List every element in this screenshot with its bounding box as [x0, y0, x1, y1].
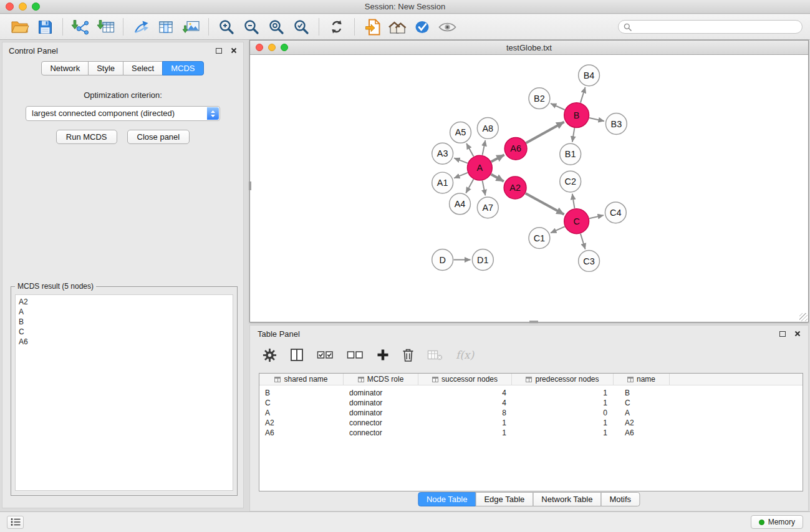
- search-input[interactable]: [635, 22, 797, 31]
- optimization-criterion-select[interactable]: largest connected component (directed): [26, 106, 220, 121]
- edge-A-A8[interactable]: [483, 140, 486, 155]
- table-cell[interactable]: A6: [614, 428, 670, 437]
- table-cell[interactable]: dominator: [344, 399, 418, 407]
- tab-style[interactable]: Style: [88, 61, 123, 75]
- mcds-result-list[interactable]: A2ABCA6: [15, 294, 233, 491]
- tab-network[interactable]: Network: [41, 61, 89, 75]
- table-cell[interactable]: dominator: [344, 409, 418, 417]
- export-table-button[interactable]: [154, 16, 178, 37]
- edge-B-B3[interactable]: [589, 118, 604, 121]
- table-row[interactable]: A6connector11A6: [259, 428, 803, 438]
- node-A5[interactable]: A5: [450, 122, 471, 143]
- network-minimize-button[interactable]: [268, 44, 276, 51]
- zoom-selected-button[interactable]: [289, 16, 313, 37]
- table-cell[interactable]: 4: [418, 389, 512, 397]
- network-canvas[interactable]: B4B2BB3A5A8A6A3B1AC2A1A2A4A7C4CC1C3DD1: [250, 56, 808, 322]
- edge-A6-B[interactable]: [526, 122, 564, 143]
- run-mcds-button[interactable]: Run MCDS: [56, 130, 117, 144]
- table-cell[interactable]: A6: [259, 428, 344, 437]
- save-session-button[interactable]: [33, 16, 57, 37]
- table-cell[interactable]: B: [259, 389, 344, 397]
- import-table-button[interactable]: [94, 16, 117, 37]
- node-C4[interactable]: C4: [605, 202, 626, 223]
- table-row[interactable]: A2connector11A2: [259, 418, 803, 428]
- table-cell[interactable]: C: [614, 399, 670, 407]
- close-panel-icon[interactable]: [231, 47, 237, 54]
- table-cell[interactable]: connector: [344, 428, 418, 437]
- session-document-button[interactable]: [360, 16, 384, 37]
- node-A8[interactable]: A8: [477, 118, 498, 139]
- show-hide-graphics-button[interactable]: [435, 16, 459, 37]
- node-A4[interactable]: A4: [450, 193, 471, 215]
- float-panel-icon[interactable]: [216, 48, 222, 54]
- table-cell[interactable]: 1: [418, 428, 512, 437]
- node-C3[interactable]: C3: [579, 251, 600, 272]
- close-table-panel-icon[interactable]: [794, 331, 801, 337]
- table-cell[interactable]: 1: [512, 399, 614, 407]
- mcds-result-item[interactable]: B: [19, 317, 229, 327]
- node-A7[interactable]: A7: [477, 197, 498, 218]
- table-cell[interactable]: 1: [418, 418, 512, 427]
- node-C2[interactable]: C2: [560, 171, 581, 192]
- network-zoom-button[interactable]: [281, 44, 288, 51]
- table-cell[interactable]: A: [259, 409, 344, 417]
- refresh-button[interactable]: [325, 16, 349, 37]
- zoom-window-button[interactable]: [32, 2, 40, 11]
- minimize-window-button[interactable]: [19, 2, 27, 11]
- edge-A-A4[interactable]: [466, 179, 473, 193]
- resize-handle-bottom[interactable]: [529, 321, 538, 323]
- export-image-button[interactable]: [179, 16, 203, 37]
- node-A3[interactable]: A3: [432, 143, 453, 164]
- table-cell[interactable]: B: [614, 389, 670, 397]
- node-C1[interactable]: C1: [529, 228, 550, 249]
- node-A2[interactable]: A2: [504, 177, 526, 199]
- edge-C-C2[interactable]: [572, 194, 575, 208]
- table-cell[interactable]: 0: [512, 409, 614, 417]
- node-C[interactable]: C: [564, 209, 589, 234]
- node-B2[interactable]: B2: [529, 88, 550, 109]
- zoom-in-button[interactable]: [215, 16, 238, 37]
- table-cell[interactable]: 4: [418, 399, 512, 407]
- mcds-result-item[interactable]: A6: [19, 337, 229, 347]
- open-session-button[interactable]: [8, 16, 32, 37]
- mcds-result-item[interactable]: A: [19, 307, 229, 317]
- table-settings-button[interactable]: [263, 348, 277, 362]
- node-D[interactable]: D: [432, 249, 453, 271]
- edge-A-A2[interactable]: [491, 174, 504, 181]
- home-button[interactable]: [385, 16, 409, 37]
- show-columns-button[interactable]: [290, 348, 304, 362]
- edge-B-B2[interactable]: [551, 104, 564, 110]
- node-B1[interactable]: B1: [560, 143, 581, 165]
- table-cell[interactable]: 1: [512, 428, 614, 437]
- task-history-button[interactable]: [7, 516, 24, 529]
- edge-A2-C[interactable]: [526, 193, 564, 215]
- node-A6[interactable]: A6: [504, 137, 527, 160]
- tab-node-table[interactable]: Node Table: [418, 492, 476, 506]
- table-cell[interactable]: dominator: [344, 389, 418, 397]
- tab-motifs[interactable]: Motifs: [600, 492, 640, 506]
- edge-B-B4[interactable]: [581, 87, 586, 103]
- float-table-panel-icon[interactable]: [779, 331, 786, 337]
- edge-A-A7[interactable]: [483, 181, 486, 196]
- table-row[interactable]: Adominator80A: [259, 408, 803, 418]
- tab-select[interactable]: Select: [123, 61, 163, 75]
- search-box[interactable]: [618, 20, 803, 34]
- table-row[interactable]: Cdominator41C: [259, 398, 803, 408]
- deselect-all-button[interactable]: [347, 349, 364, 361]
- table-cell[interactable]: 1: [512, 389, 614, 397]
- edge-A-A6[interactable]: [491, 155, 504, 162]
- column-header-successor-nodes[interactable]: successor nodes: [418, 374, 512, 385]
- table-cell[interactable]: A: [614, 409, 670, 417]
- tab-mcds[interactable]: MCDS: [162, 61, 203, 75]
- network-close-button[interactable]: [256, 44, 263, 51]
- table-row[interactable]: Bdominator41B: [259, 388, 803, 398]
- mcds-result-item[interactable]: C: [19, 327, 229, 337]
- import-network-button[interactable]: [69, 16, 92, 37]
- column-header-name[interactable]: name: [614, 374, 670, 385]
- table-cell[interactable]: C: [259, 399, 344, 407]
- edge-C-C3[interactable]: [581, 234, 586, 249]
- node-A[interactable]: A: [467, 155, 492, 180]
- node-A1[interactable]: A1: [432, 172, 453, 193]
- table-cell[interactable]: connector: [344, 418, 418, 427]
- resize-grip-icon[interactable]: [799, 313, 808, 321]
